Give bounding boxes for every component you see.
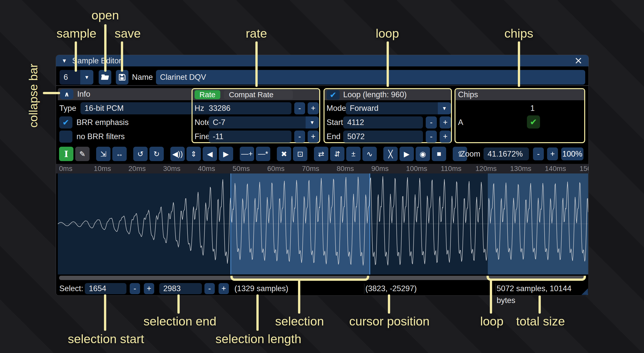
sample-select-combo[interactable]: 6 ▼ [60, 70, 93, 85]
open-sample-button[interactable] [99, 70, 111, 85]
rate-tab-label: Rate [199, 90, 215, 99]
rate-panel: Rate Compat Rate Hz 33286 - + Note C-7 ▼… [192, 88, 320, 143]
hz-input[interactable]: 33286 [205, 102, 291, 114]
loop-panel-header: ✔ Loop (length: 960) [325, 89, 451, 100]
status-separator [364, 284, 364, 294]
trim-button[interactable]: ⊡ [293, 147, 307, 161]
selection-start-input[interactable]: 1654 [85, 283, 126, 294]
resample-icon: ↔ [116, 150, 123, 158]
fine-minus-button[interactable]: - [294, 131, 305, 143]
selection-end-minus-button[interactable]: - [204, 283, 215, 294]
preview-icon: ▶ [404, 150, 409, 158]
delete-button[interactable]: ✖ [277, 147, 291, 161]
no-brr-filters-label[interactable]: no BRR filters [76, 131, 125, 143]
edit-mode-select-icon: I [64, 149, 68, 159]
chip-enable-checkbox[interactable]: ✔ [527, 115, 540, 129]
annotation-bracket-loop [487, 276, 586, 281]
hz-plus-button[interactable]: + [308, 102, 319, 114]
titlebar[interactable]: ▼ Sample Editor × [56, 55, 588, 66]
crossfade-loop-button[interactable]: ╳ [383, 147, 398, 161]
selection-end-input[interactable]: 2983 [159, 283, 202, 294]
loop-mode-value: Forward [346, 102, 438, 114]
loop-start-input[interactable]: 4112 [343, 116, 423, 129]
insert-silence-icon: —+ [241, 150, 253, 158]
zoom-out-button[interactable]: - [533, 147, 544, 160]
chevron-down-icon[interactable]: ▼ [438, 102, 451, 114]
close-icon[interactable]: × [572, 55, 584, 67]
select-label: Select: [59, 283, 83, 294]
loop-start-label: Start [327, 116, 343, 129]
loop-end-minus-button[interactable]: - [426, 131, 437, 143]
preview-from-cursor-icon: ◉ [420, 150, 426, 158]
loop-end-plus-button[interactable]: + [440, 131, 451, 143]
edit-mode-draw-button[interactable]: ✎ [75, 147, 90, 161]
name-label: Name [132, 70, 153, 85]
no-brr-filters-checkbox[interactable] [59, 131, 72, 143]
signed-unsigned-button[interactable]: ± [346, 147, 361, 161]
ruler-tick-label: 70ms [302, 164, 319, 173]
total-size-status: 5072 samples, 10144 bytes [497, 283, 588, 306]
chips-panel-header: Chips [455, 89, 584, 100]
minus-icon: - [133, 284, 136, 293]
redo-button[interactable]: ↻ [149, 147, 164, 161]
stop-preview-button[interactable]: ■ [432, 147, 446, 161]
preview-button[interactable]: ▶ [399, 147, 414, 161]
loop-start-minus-button[interactable]: - [426, 116, 437, 129]
chip-row-label: A [458, 116, 463, 129]
loop-end-label: End [327, 131, 340, 143]
apply-silence-button[interactable]: —* [256, 147, 270, 161]
preview-from-cursor-button[interactable]: ◉ [416, 147, 430, 161]
loop-end-input[interactable]: 5072 [343, 131, 423, 143]
zoom-reset-button[interactable]: 100% [561, 147, 583, 160]
fade-in-button[interactable]: ◀ [203, 147, 217, 161]
insert-silence-button[interactable]: —+ [240, 147, 254, 161]
window-collapse-icon[interactable]: ▼ [62, 55, 67, 66]
invert-button[interactable]: ⇵ [330, 147, 344, 161]
loop-mode-combo[interactable]: Forward ▼ [346, 102, 451, 114]
loop-enable-checkbox[interactable]: ✔ [327, 90, 340, 100]
zoom-in-button[interactable]: + [547, 147, 558, 160]
undo-button[interactable]: ↺ [133, 147, 148, 161]
fine-plus-button[interactable]: + [308, 131, 319, 143]
brr-emphasis-checkbox[interactable]: ✔ [59, 116, 72, 129]
brr-emphasis-label[interactable]: BRR emphasis [76, 116, 129, 129]
loop-panel: ✔ Loop (length: 960) Mode Forward ▼ Star… [324, 88, 452, 143]
edit-mode-select-button[interactable]: I [59, 147, 73, 161]
waveform-view[interactable] [58, 173, 588, 274]
loop-panel-title: Loop (length: 960) [343, 89, 407, 100]
normalize-icon: ⇕ [191, 150, 197, 158]
selection-start-minus-button[interactable]: - [130, 283, 140, 294]
rate-tab[interactable]: Rate [195, 90, 220, 99]
compat-rate-tab[interactable]: Compat Rate [224, 90, 293, 99]
amplify-button[interactable]: ◀)) [170, 147, 185, 161]
ruler-tick-label: 60ms [267, 164, 284, 173]
save-sample-button[interactable] [116, 70, 128, 85]
normalize-button[interactable]: ⇕ [186, 147, 201, 161]
chevron-down-icon[interactable]: ▼ [306, 116, 319, 129]
resize-grip[interactable] [581, 288, 588, 295]
selection-start-plus-button[interactable]: + [144, 283, 154, 294]
apply-filter-button[interactable]: ∿ [362, 147, 377, 161]
selection-end-plus-button[interactable]: + [219, 283, 229, 294]
hz-minus-button[interactable]: - [294, 102, 305, 114]
fine-input[interactable]: -11 [209, 131, 291, 143]
type-label: Type [59, 102, 76, 114]
annotation-line-loop [387, 41, 389, 87]
loop-start-plus-button[interactable]: + [440, 116, 451, 129]
note-combo[interactable]: C-7 ▼ [209, 116, 319, 129]
time-ruler[interactable]: 0ms10ms20ms30ms40ms50ms60ms70ms80ms90ms1… [56, 164, 588, 173]
chevron-down-icon[interactable]: ▼ [80, 70, 93, 85]
zoom-input[interactable]: 41.1672% [484, 147, 529, 160]
check-icon: ✔ [330, 90, 337, 100]
ruler-tick-label: 110ms [441, 164, 462, 173]
sample-editor-window: ▼ Sample Editor × 6 ▼ Name Clarinet DQV … [56, 55, 589, 296]
annotation-chips: chips [504, 26, 533, 40]
collapse-bar-button[interactable]: ∧ [60, 89, 73, 99]
fine-label: Fine [195, 131, 210, 143]
fade-out-button[interactable]: ▶ [219, 147, 233, 161]
resample-button[interactable]: ↔ [112, 147, 127, 161]
reverse-button[interactable]: ⇄ [314, 147, 328, 161]
resize-button[interactable]: ⇲ [96, 147, 111, 161]
annotation-sample: sample [57, 26, 96, 40]
sample-name-input[interactable]: Clarinet DQV [156, 70, 585, 85]
